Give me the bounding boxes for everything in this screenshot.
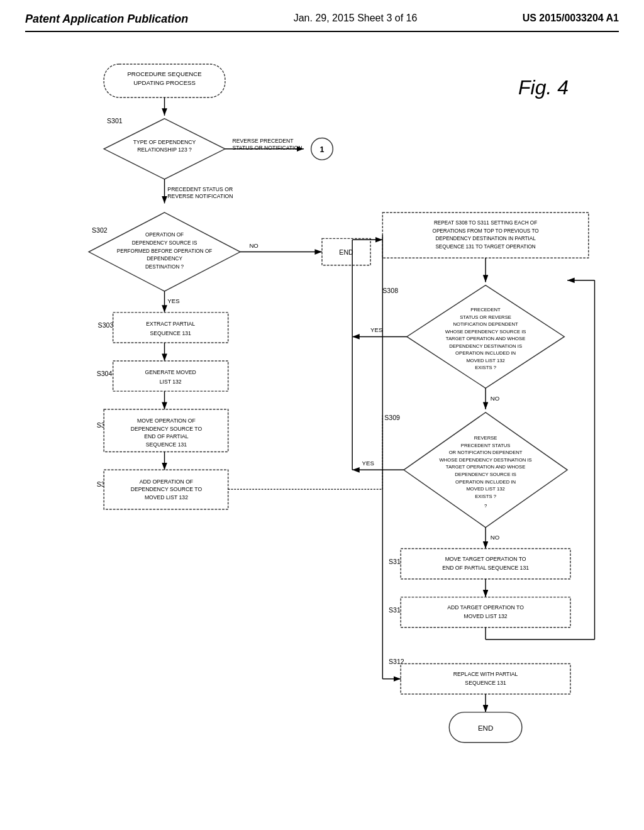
svg-text:REVERSE NOTIFICATION: REVERSE NOTIFICATION xyxy=(167,193,233,199)
svg-text:TYPE OF DEPENDENCY: TYPE OF DEPENDENCY xyxy=(133,139,196,145)
svg-text:END: END xyxy=(478,724,493,732)
svg-text:MOVE TARGET OPERATION TO: MOVE TARGET OPERATION TO xyxy=(445,556,526,562)
svg-text:TARGET OPERATION AND WHOSE: TARGET OPERATION AND WHOSE xyxy=(446,336,525,341)
svg-text:DEPENDENCY: DEPENDENCY xyxy=(147,256,182,262)
svg-text:S303: S303 xyxy=(98,321,114,329)
svg-text:EXISTS ?: EXISTS ? xyxy=(475,494,496,499)
svg-text:REPEAT S308 TO S311 SETTING EA: REPEAT S308 TO S311 SETTING EACH OF xyxy=(434,220,537,226)
svg-text:ADD OPERATION OF: ADD OPERATION OF xyxy=(140,479,193,485)
svg-text:MOVED LIST 132: MOVED LIST 132 xyxy=(466,486,504,492)
svg-text:PRECEDENT: PRECEDENT xyxy=(470,307,501,313)
svg-text:NO: NO xyxy=(491,534,500,541)
flowchart-svg: PROCEDURE SEQUENCE UPDATING PROCESS S301… xyxy=(25,38,619,780)
svg-text:ADD TARGET OPERATION TO: ADD TARGET OPERATION TO xyxy=(447,604,524,611)
svg-text:MOVED LIST 132: MOVED LIST 132 xyxy=(464,613,508,619)
svg-text:DEPENDENCY DESTINATION IS: DEPENDENCY DESTINATION IS xyxy=(449,343,522,349)
svg-text:PERFORMED BEFORE OPERATION OF: PERFORMED BEFORE OPERATION OF xyxy=(117,248,213,254)
svg-text:TARGET OPERATION AND WHOSE: TARGET OPERATION AND WHOSE xyxy=(446,464,525,470)
svg-text:REVERSE PRECEDENT: REVERSE PRECEDENT xyxy=(232,138,294,144)
svg-text:DEPENDENCY DESTINATION IN PART: DEPENDENCY DESTINATION IN PARTIAL xyxy=(435,236,536,241)
svg-text:END OF PARTIAL: END OF PARTIAL xyxy=(144,433,189,440)
svg-text:EXISTS ?: EXISTS ? xyxy=(475,365,496,370)
svg-rect-107 xyxy=(401,664,570,694)
svg-rect-42 xyxy=(113,361,228,391)
svg-text:DEPENDENCY SOURCE IS: DEPENDENCY SOURCE IS xyxy=(455,472,516,477)
svg-text:DEPENDENCY SOURCE TO: DEPENDENCY SOURCE TO xyxy=(131,486,203,492)
svg-text:END: END xyxy=(339,248,353,256)
svg-rect-91 xyxy=(401,549,570,579)
svg-text:YES: YES xyxy=(370,326,382,333)
svg-text:END OF PARTIAL SEQUENCE 131: END OF PARTIAL SEQUENCE 131 xyxy=(442,565,529,571)
svg-text:?: ? xyxy=(484,503,487,509)
svg-text:RELATIONSHIP 123 ?: RELATIONSHIP 123 ? xyxy=(137,147,192,153)
svg-text:S308: S308 xyxy=(382,287,398,294)
diagram-area: Fig. 4 PROCEDURE SEQUENCE UPDATING PROCE… xyxy=(25,38,619,780)
header: Patent Application Publication Jan. 29, … xyxy=(25,13,619,32)
svg-text:MOVED LIST 132: MOVED LIST 132 xyxy=(145,494,188,501)
svg-text:MOVE OPERATION OF: MOVE OPERATION OF xyxy=(137,418,196,424)
svg-text:NO: NO xyxy=(491,395,500,402)
header-left: Patent Application Publication xyxy=(25,13,188,26)
svg-text:YES: YES xyxy=(167,297,179,304)
svg-text:OPERATION INCLUDED IN: OPERATION INCLUDED IN xyxy=(455,479,516,485)
svg-text:DEPENDENCY SOURCE TO: DEPENDENCY SOURCE TO xyxy=(131,426,203,432)
svg-rect-37 xyxy=(113,313,228,343)
svg-text:S301: S301 xyxy=(107,117,123,124)
svg-text:SEQUENCE 131: SEQUENCE 131 xyxy=(150,330,191,336)
svg-text:GENERATE MOVED: GENERATE MOVED xyxy=(145,369,196,375)
svg-text:OR NOTIFICATION DEPENDENT: OR NOTIFICATION DEPENDENT xyxy=(449,450,523,455)
svg-text:S309: S309 xyxy=(384,414,400,421)
svg-text:EXTRACT PARTIAL: EXTRACT PARTIAL xyxy=(146,321,195,327)
svg-text:SEQUENCE 131: SEQUENCE 131 xyxy=(465,680,506,686)
svg-text:PROCEDURE SEQUENCE: PROCEDURE SEQUENCE xyxy=(127,70,201,77)
svg-text:OPERATION INCLUDED IN: OPERATION INCLUDED IN xyxy=(455,350,516,356)
svg-text:DESTINATION ?: DESTINATION ? xyxy=(145,264,184,270)
svg-text:SEQUENCE 131 TO TARGET OPERATI: SEQUENCE 131 TO TARGET OPERATION xyxy=(435,244,535,250)
svg-text:STATUS OR NOTIFICATION: STATUS OR NOTIFICATION xyxy=(232,145,302,151)
svg-text:DEPENDENCY SOURCE IS: DEPENDENCY SOURCE IS xyxy=(132,240,197,246)
svg-text:REPLACE WITH PARTIAL: REPLACE WITH PARTIAL xyxy=(453,671,518,677)
svg-text:NOTIFICATION DEPENDENT: NOTIFICATION DEPENDENT xyxy=(453,321,518,327)
svg-rect-96 xyxy=(401,597,570,628)
svg-text:WHOSE DEPENDENCY SOURCE IS: WHOSE DEPENDENCY SOURCE IS xyxy=(445,329,526,335)
svg-text:OPERATIONS FROM TOP TO PREVIOU: OPERATIONS FROM TOP TO PREVIOUS TO xyxy=(433,228,539,234)
svg-text:YES: YES xyxy=(362,460,374,467)
svg-text:REVERSE: REVERSE xyxy=(474,435,497,441)
svg-text:MOVED LIST 132: MOVED LIST 132 xyxy=(466,358,504,363)
svg-text:WHOSE DEPENDENCY DESTINATION I: WHOSE DEPENDENCY DESTINATION IS xyxy=(440,457,532,463)
svg-text:NO: NO xyxy=(249,242,258,249)
svg-text:PRECEDENT STATUS: PRECEDENT STATUS xyxy=(461,443,511,448)
svg-text:OPERATION OF: OPERATION OF xyxy=(145,232,184,238)
header-right: US 2015/0033204 A1 xyxy=(523,13,619,24)
svg-rect-29 xyxy=(382,213,589,258)
svg-text:PRECEDENT STATUS OR: PRECEDENT STATUS OR xyxy=(167,186,233,192)
svg-text:1: 1 xyxy=(320,145,325,154)
svg-text:S302: S302 xyxy=(92,226,108,234)
svg-text:SEQUENCE 131: SEQUENCE 131 xyxy=(146,441,187,448)
svg-text:LIST 132: LIST 132 xyxy=(160,379,182,385)
svg-text:STATUS OR REVERSE: STATUS OR REVERSE xyxy=(460,314,511,320)
page: Patent Application Publication Jan. 29, … xyxy=(0,0,644,830)
svg-text:S304: S304 xyxy=(97,370,113,377)
header-center: Jan. 29, 2015 Sheet 3 of 16 xyxy=(294,13,418,24)
svg-text:UPDATING PROCESS: UPDATING PROCESS xyxy=(133,79,196,86)
